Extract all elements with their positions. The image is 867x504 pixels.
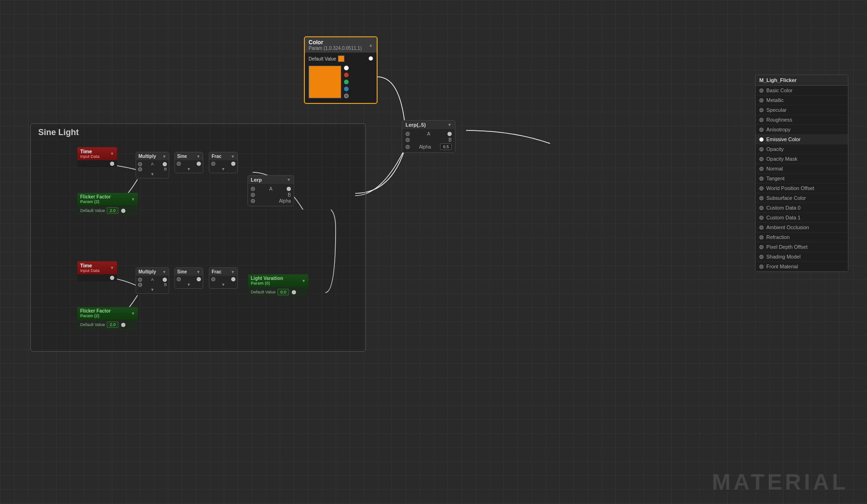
- lerp-pin-alpha: [251, 199, 255, 203]
- material-pin: [759, 137, 764, 142]
- time1-chevron[interactable]: ▼: [110, 151, 114, 156]
- material-panel-item[interactable]: World Position Offset: [756, 184, 848, 193]
- multiply2-chevron[interactable]: ▼: [162, 270, 166, 274]
- lightvar-node: Light Varaition Param (0) ▼ Default Valu…: [248, 274, 309, 297]
- time-node-1-header: Time Input Data ▼: [77, 147, 117, 160]
- color-pin-green: [344, 80, 349, 84]
- material-pin: [759, 245, 764, 249]
- material-panel-item[interactable]: Tangent: [756, 174, 848, 184]
- material-panel-item[interactable]: Opacity: [756, 144, 848, 154]
- material-panel-item[interactable]: Custom Data 1: [756, 213, 848, 223]
- mul1-pin-a: [138, 162, 142, 166]
- sine2-chevron[interactable]: ▼: [196, 270, 200, 274]
- material-item-label: Metallic: [766, 97, 784, 103]
- flicker2-chevron[interactable]: ▼: [131, 311, 135, 316]
- lerp2-body: A B Alpha 0.5: [402, 129, 455, 152]
- lightvar-chevron[interactable]: ▼: [302, 279, 306, 283]
- color-node: Color Param (1,0.324,0.0511,1) ▲ Default…: [304, 36, 378, 104]
- multiply-2-body: A B ▼: [136, 276, 169, 293]
- material-panel-item[interactable]: Basic Color: [756, 86, 848, 95]
- lerp-main-chevron[interactable]: ▼: [287, 177, 291, 182]
- time2-chevron[interactable]: ▼: [110, 266, 114, 270]
- color-pin-blue: [344, 87, 349, 91]
- material-items-list: Basic ColorMetallicSpecularRoughnessAnis…: [756, 86, 848, 272]
- material-panel-item[interactable]: Refraction: [756, 232, 848, 242]
- time-node-1: Time Input Data ▼: [77, 147, 117, 167]
- material-panel-item[interactable]: Custom Data 0: [756, 203, 848, 213]
- material-panel-title: M_Ligh_Flicker: [756, 75, 848, 86]
- frac1-input: [211, 162, 215, 166]
- material-item-label: Roughness: [766, 117, 792, 123]
- material-item-label: Shading Model: [766, 254, 800, 259]
- flicker1-chevron[interactable]: ▼: [131, 197, 135, 202]
- color-pin-alpha: [344, 94, 349, 98]
- material-pin: [759, 98, 764, 102]
- flicker-node-2-header: Flicker Factor Param (2) ▼: [77, 307, 138, 320]
- flicker-node-1-body: Default Value 2.0: [77, 205, 138, 216]
- multiply1-chevron[interactable]: ▼: [162, 154, 166, 159]
- material-panel-item[interactable]: Ambient Occlusion: [756, 223, 848, 232]
- material-pin: [759, 128, 764, 132]
- color-node-param: Param (1,0.324,0.0511,1): [309, 46, 362, 51]
- lerp2-pin-alpha: [406, 145, 410, 149]
- time-node-2-body: [77, 274, 117, 281]
- flicker1-default-row: Default Value 2.0: [80, 207, 135, 214]
- material-item-label: Custom Data 1: [766, 215, 800, 220]
- material-pin: [759, 167, 764, 171]
- material-pin: [759, 225, 764, 230]
- mul1-pin-b: [138, 167, 142, 171]
- sine-2-header: Sine ▼: [175, 268, 203, 276]
- material-pin: [759, 89, 764, 93]
- material-panel-item[interactable]: Anisotropy: [756, 125, 848, 135]
- material-item-label: Pixel Depth Offset: [766, 244, 807, 250]
- color-swatch-small: [338, 55, 344, 62]
- frac2-input: [211, 277, 215, 281]
- material-pin: [759, 255, 764, 259]
- material-panel-item[interactable]: Roughness: [756, 115, 848, 125]
- material-panel-item[interactable]: Specular: [756, 105, 848, 115]
- color-node-collapse[interactable]: ▲: [369, 43, 373, 48]
- flicker-node-1-header: Flicker Factor Param (2) ▼: [77, 193, 138, 205]
- flicker2-val: 2.0: [107, 321, 118, 328]
- lightvar-default-row: Default Value 0.0: [251, 289, 306, 295]
- multiply-node-1: Multiply ▼ A B ▼: [136, 152, 169, 178]
- material-panel-item[interactable]: Emissive Color: [756, 135, 848, 144]
- material-item-label: Front Material: [766, 264, 798, 269]
- material-item-label: Basic Color: [766, 88, 792, 93]
- lerp-node-main: Lerp ▼ A B Alpha: [248, 175, 294, 206]
- flicker-node-1: Flicker Factor Param (2) ▼ Default Value…: [77, 193, 138, 216]
- sine1-chevron[interactable]: ▼: [196, 154, 200, 159]
- flicker1-val: 2.0: [107, 207, 118, 214]
- material-item-label: Custom Data 0: [766, 205, 800, 211]
- material-panel-item[interactable]: Front Material: [756, 262, 848, 272]
- time-node-2: Time Input Data ▼: [77, 261, 117, 281]
- sine2-output: [197, 277, 201, 281]
- material-panel-item[interactable]: Normal: [756, 164, 848, 174]
- frac-node-2: Frac ▼ ▼: [209, 267, 238, 289]
- material-panel-item[interactable]: Subsurface Color: [756, 193, 848, 203]
- lerp-pin-b: [251, 193, 255, 197]
- lightvar-output-pin: [292, 290, 296, 294]
- time-node-2-header: Time Input Data ▼: [77, 261, 117, 274]
- frac2-chevron[interactable]: ▼: [231, 270, 235, 274]
- watermark: MATERIAL: [712, 469, 848, 495]
- time-node-1-body: [77, 160, 117, 167]
- frac1-chevron[interactable]: ▼: [231, 154, 235, 159]
- material-panel-item[interactable]: Shading Model: [756, 252, 848, 262]
- material-item-label: Emissive Color: [766, 136, 800, 142]
- time1-output-pin: [110, 162, 114, 166]
- material-panel-item[interactable]: Metallic: [756, 95, 848, 105]
- group-label: Sine Light: [38, 128, 79, 137]
- color-pin-red: [344, 73, 349, 77]
- multiply-2-header: Multiply ▼: [136, 268, 169, 276]
- lerp-main-body: A B Alpha: [248, 184, 294, 206]
- flicker-node-2: Flicker Factor Param (2) ▼ Default Value…: [77, 307, 138, 330]
- color-swatch-preview: [309, 66, 341, 98]
- color-default-row: Default Value: [309, 55, 373, 62]
- lerp-main-header: Lerp ▼: [248, 176, 294, 184]
- material-panel-item[interactable]: Pixel Depth Offset: [756, 242, 848, 252]
- color-output-pin: [369, 56, 373, 61]
- lerp2-chevron[interactable]: ▼: [447, 123, 452, 127]
- sine-light-group: Sine Light Time Input Data ▼ Flicker Fac…: [30, 123, 366, 352]
- material-panel-item[interactable]: Opacity Mask: [756, 154, 848, 164]
